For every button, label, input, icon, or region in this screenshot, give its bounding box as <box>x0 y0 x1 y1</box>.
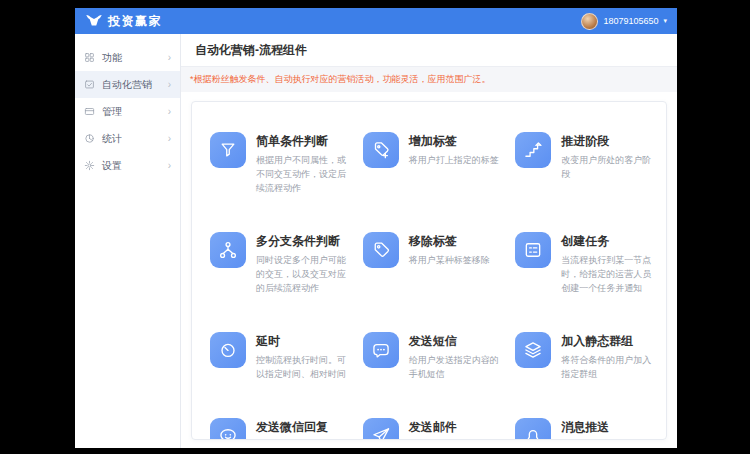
component-title: 发送微信回复 <box>256 419 349 436</box>
wallet-icon <box>84 106 95 117</box>
bell-icon <box>515 418 551 441</box>
component-desc: 向用户推送消息 <box>561 440 624 441</box>
chevron-down-icon: ▾ <box>663 17 667 25</box>
component-send-email[interactable]: 发送邮件 给用户发送指定内容的邮件 <box>353 418 506 441</box>
chevron-right-icon <box>168 53 171 63</box>
component-desc: 控制流程执行时间。可以指定时间、相对时间 <box>256 354 349 382</box>
component-desc: 将用户打上指定的标签 <box>409 154 499 168</box>
sidebar-item-statistics[interactable]: 统计 <box>75 125 180 152</box>
sidebar-item-management[interactable]: 管理 <box>75 98 180 125</box>
layers-icon <box>515 332 551 368</box>
component-title: 加入静态群组 <box>561 333 654 350</box>
chevron-right-icon <box>168 134 171 144</box>
component-multi-branch-condition[interactable]: 多分支条件判断 同时设定多个用户可能的交互，以及交互对应的后续流程动作 <box>200 232 353 296</box>
component-message-push[interactable]: 消息推送 向用户推送消息 <box>505 418 658 441</box>
notice-bar: *根据粉丝触发条件、自动执行对应的营销活动，功能灵活，应用范围广泛。 <box>181 67 677 92</box>
component-title: 消息推送 <box>561 419 624 436</box>
component-send-sms[interactable]: 发送短信 给用户发送指定内容的手机短信 <box>353 332 506 382</box>
tag-plus-icon <box>363 132 399 168</box>
component-title: 移除标签 <box>409 233 490 250</box>
pie-chart-icon <box>84 133 95 144</box>
components-panel: 简单条件判断 根据用户不同属性，或不同交互动作，设定后续流程动作 增加标签 <box>191 101 667 440</box>
wechat-bubble-icon <box>210 418 246 441</box>
user-menu[interactable]: 18079105650 ▾ <box>581 13 667 30</box>
component-desc: 根据用户不同属性，或不同交互动作，设定后续流程动作 <box>256 154 349 196</box>
user-avatar[interactable] <box>581 13 598 30</box>
component-title: 推进阶段 <box>561 133 654 150</box>
sidebar-item-label: 管理 <box>102 105 122 119</box>
sms-bubble-icon <box>363 332 399 368</box>
component-title: 发送邮件 <box>409 419 502 436</box>
sidebar-item-automation-marketing[interactable]: 自动化营销 <box>75 71 180 98</box>
chevron-right-icon <box>168 80 171 90</box>
component-title: 多分支条件判断 <box>256 233 349 250</box>
main-content: 自动化营销-流程组件 *根据粉丝触发条件、自动执行对应的营销活动，功能灵活，应用… <box>181 34 677 448</box>
paper-plane-icon <box>363 418 399 441</box>
component-desc: 当流程执行到某一节点时，给指定的运营人员创建一个任务并通知 <box>561 254 654 296</box>
task-list-icon <box>515 232 551 268</box>
component-desc: 通过微信向用户发送文本、图片、微页面等内容 <box>256 440 349 441</box>
component-add-tag[interactable]: 增加标签 将用户打上指定的标签 <box>353 132 506 196</box>
bull-logo-icon <box>85 14 103 28</box>
check-square-icon <box>84 79 95 90</box>
component-title: 发送短信 <box>409 333 502 350</box>
chevron-right-icon <box>168 107 171 117</box>
component-create-task[interactable]: 创建任务 当流程执行到某一节点时，给指定的运营人员创建一个任务并通知 <box>505 232 658 296</box>
sidebar-item-label: 统计 <box>102 132 122 146</box>
component-join-static-group[interactable]: 加入静态群组 将符合条件的用户加入指定群组 <box>505 332 658 382</box>
component-desc: 给用户发送指定内容的邮件 <box>409 440 502 441</box>
sidebar-item-label: 设置 <box>102 159 122 173</box>
app-window: 投资赢家 18079105650 ▾ 功能 自动化营销 <box>75 8 677 448</box>
component-advance-stage[interactable]: 推进阶段 改变用户所处的客户阶段 <box>505 132 658 196</box>
component-title: 创建任务 <box>561 233 654 250</box>
funnel-icon <box>210 132 246 168</box>
timer-icon <box>210 332 246 368</box>
sidebar-item-settings[interactable]: 设置 <box>75 152 180 179</box>
component-desc: 将用户某种标签移除 <box>409 254 490 268</box>
chevron-right-icon <box>168 161 171 171</box>
page-title: 自动化营销-流程组件 <box>181 34 677 67</box>
component-title: 延时 <box>256 333 349 350</box>
sidebar-item-label: 自动化营销 <box>102 78 152 92</box>
brand-logo[interactable]: 投资赢家 <box>85 13 162 30</box>
component-delay[interactable]: 延时 控制流程执行时间。可以指定时间、相对时间 <box>200 332 353 382</box>
component-title: 简单条件判断 <box>256 133 349 150</box>
component-desc: 给用户发送指定内容的手机短信 <box>409 354 502 382</box>
component-desc: 将符合条件的用户加入指定群组 <box>561 354 654 382</box>
component-send-wechat-reply[interactable]: 发送微信回复 通过微信向用户发送文本、图片、微页面等内容 <box>200 418 353 441</box>
component-remove-tag[interactable]: 移除标签 将用户某种标签移除 <box>353 232 506 296</box>
sidebar-item-features[interactable]: 功能 <box>75 44 180 71</box>
sidebar-item-label: 功能 <box>102 51 122 65</box>
gear-icon <box>84 160 95 171</box>
component-simple-condition[interactable]: 简单条件判断 根据用户不同属性，或不同交互动作，设定后续流程动作 <box>200 132 353 196</box>
component-desc: 同时设定多个用户可能的交互，以及交互对应的后续流程动作 <box>256 254 349 296</box>
component-title: 增加标签 <box>409 133 499 150</box>
user-phone: 18079105650 <box>603 16 658 26</box>
stairs-icon <box>515 132 551 168</box>
grid-icon <box>84 52 95 63</box>
component-desc: 改变用户所处的客户阶段 <box>561 154 654 182</box>
branch-icon <box>210 232 246 268</box>
tag-icon <box>363 232 399 268</box>
top-header: 投资赢家 18079105650 ▾ <box>75 8 677 34</box>
brand-name: 投资赢家 <box>108 13 162 30</box>
sidebar: 功能 自动化营销 管理 统计 <box>75 34 181 448</box>
